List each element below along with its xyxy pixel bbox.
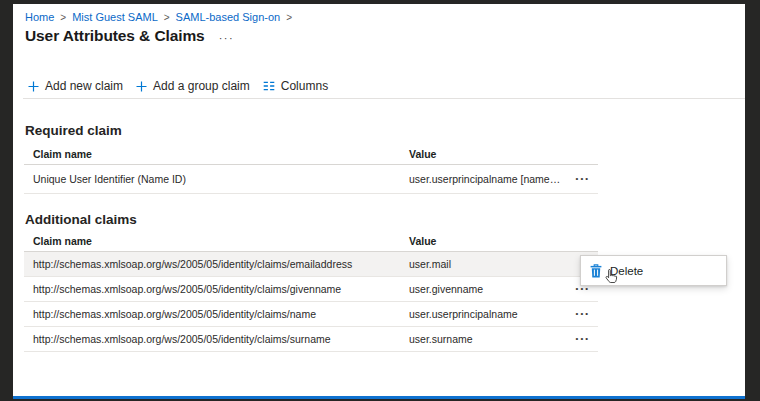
breadcrumb-link-saml-based-sign-on[interactable]: SAML-based Sign-on <box>176 11 281 23</box>
add-new-claim-label: Add new claim <box>45 79 123 93</box>
breadcrumb-link-mist-guest-saml[interactable]: Mist Guest SAML <box>72 11 158 23</box>
column-header-claim-name: Claim name <box>33 235 92 247</box>
claim-name-cell: http://schemas.xmlsoap.org/ws/2005/05/id… <box>33 333 331 345</box>
additional-claims-table-header: Claim name Value <box>24 231 598 252</box>
claim-value-cell: user.userprincipalname [nameid-for... <box>409 173 561 185</box>
additional-claims-heading: Additional claims <box>25 212 137 227</box>
plus-icon <box>136 81 147 92</box>
claim-name-cell: http://schemas.xmlsoap.org/ws/2005/05/id… <box>33 308 316 320</box>
toolbar: Add new claim Add a group claim Columns <box>28 75 328 97</box>
table-row-unique-user-identifier[interactable]: Unique User Identifier (Name ID) user.us… <box>24 165 598 194</box>
add-group-claim-label: Add a group claim <box>153 79 250 93</box>
column-header-value: Value <box>409 148 436 160</box>
add-group-claim-button[interactable]: Add a group claim <box>136 79 250 93</box>
toolbar-divider <box>23 98 745 99</box>
table-row-givenname[interactable]: http://schemas.xmlsoap.org/ws/2005/05/id… <box>24 277 598 302</box>
bottom-accent-bar <box>13 396 745 399</box>
columns-icon <box>263 81 275 91</box>
row-more-button[interactable]: ••• <box>576 308 590 320</box>
claim-value-cell: user.givenname <box>409 283 483 295</box>
user-attributes-claims-panel: Home > Mist Guest SAML > SAML-based Sign… <box>13 4 745 396</box>
trash-icon <box>590 264 602 278</box>
claim-name-cell: Unique User Identifier (Name ID) <box>33 173 186 185</box>
claim-value-cell: user.userprincipalname <box>409 308 518 320</box>
required-claim-heading: Required claim <box>25 123 122 138</box>
column-header-claim-name: Claim name <box>33 148 92 160</box>
context-menu-item-delete[interactable]: Delete <box>581 256 726 285</box>
add-new-claim-button[interactable]: Add new claim <box>28 79 123 93</box>
columns-button[interactable]: Columns <box>263 79 328 93</box>
breadcrumb-separator: > <box>286 12 292 23</box>
breadcrumb: Home > Mist Guest SAML > SAML-based Sign… <box>25 11 292 23</box>
column-header-value: Value <box>409 235 436 247</box>
context-menu-delete-label: Delete <box>610 265 643 277</box>
claim-value-cell: user.surname <box>409 333 473 345</box>
row-more-button[interactable]: ••• <box>576 173 590 185</box>
breadcrumb-separator: > <box>60 12 66 23</box>
columns-label: Columns <box>281 79 328 93</box>
breadcrumb-separator: > <box>164 12 170 23</box>
title-more-button[interactable]: ··· <box>219 32 235 44</box>
table-row-emailaddress[interactable]: http://schemas.xmlsoap.org/ws/2005/05/id… <box>24 252 598 277</box>
table-row-name[interactable]: http://schemas.xmlsoap.org/ws/2005/05/id… <box>24 302 598 327</box>
required-claim-table-header: Claim name Value <box>24 146 598 165</box>
row-more-button[interactable]: ••• <box>576 333 590 345</box>
required-claim-table: Claim name Value Unique User Identifier … <box>24 146 598 194</box>
claim-value-cell: user.mail <box>409 258 451 270</box>
claim-name-cell: http://schemas.xmlsoap.org/ws/2005/05/id… <box>33 258 352 270</box>
claim-name-cell: http://schemas.xmlsoap.org/ws/2005/05/id… <box>33 283 341 295</box>
context-menu: Delete <box>580 255 727 286</box>
plus-icon <box>28 81 39 92</box>
page-title: User Attributes & Claims <box>25 27 205 45</box>
additional-claims-table: Claim name Value http://schemas.xmlsoap.… <box>24 231 598 352</box>
table-row-surname[interactable]: http://schemas.xmlsoap.org/ws/2005/05/id… <box>24 327 598 352</box>
breadcrumb-link-home[interactable]: Home <box>25 11 54 23</box>
